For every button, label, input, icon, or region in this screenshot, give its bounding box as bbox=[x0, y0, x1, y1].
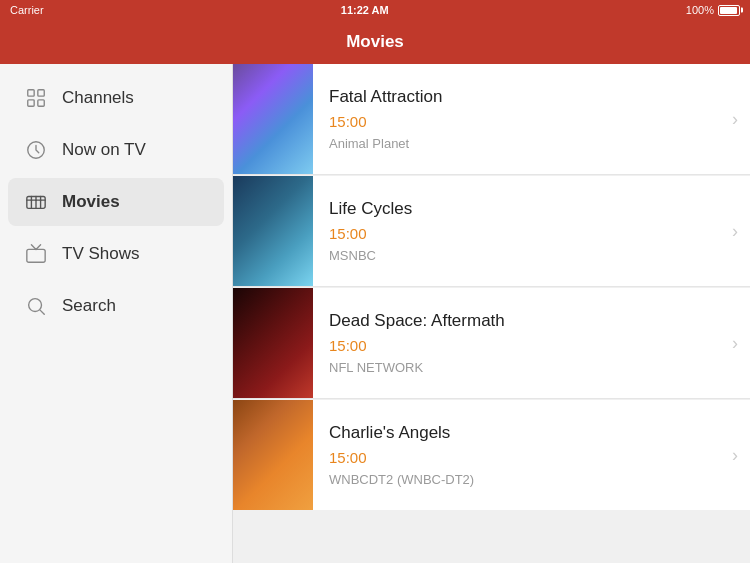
movie-time-1: 15:00 bbox=[329, 113, 716, 130]
chevron-right-icon-1: › bbox=[732, 64, 750, 174]
movie-info-1: Fatal Attraction 15:00 Animal Planet bbox=[313, 64, 732, 174]
movie-title-4: Charlie's Angels bbox=[329, 423, 716, 443]
sidebar-item-now-label: Now on TV bbox=[62, 140, 146, 160]
page-header: Movies bbox=[0, 20, 750, 64]
movie-row-1[interactable]: Fatal Attraction 15:00 Animal Planet › bbox=[233, 64, 750, 175]
movie-row-3[interactable]: Dead Space: Aftermath 15:00 NFL NETWORK … bbox=[233, 288, 750, 399]
sidebar-item-tv-shows[interactable]: TV Shows bbox=[8, 230, 224, 278]
svg-rect-13 bbox=[27, 249, 45, 262]
status-bar: Carrier 11:22 AM 100% bbox=[0, 0, 750, 20]
sidebar-item-search[interactable]: Search bbox=[8, 282, 224, 330]
movies-list[interactable]: Fatal Attraction 15:00 Animal Planet › L… bbox=[233, 64, 750, 563]
svg-point-14 bbox=[29, 299, 42, 312]
movie-time-4: 15:00 bbox=[329, 449, 716, 466]
movie-poster-4 bbox=[233, 400, 313, 510]
movie-row-4[interactable]: Charlie's Angels 15:00 WNBCDT2 (WNBC-DT2… bbox=[233, 400, 750, 510]
page-title: Movies bbox=[346, 32, 404, 52]
movie-time-3: 15:00 bbox=[329, 337, 716, 354]
time-label: 11:22 AM bbox=[341, 4, 389, 16]
movie-title-3: Dead Space: Aftermath bbox=[329, 311, 716, 331]
tv-icon bbox=[24, 242, 48, 266]
battery-icon bbox=[718, 5, 740, 16]
battery-area: 100% bbox=[686, 4, 740, 16]
movie-time-2: 15:00 bbox=[329, 225, 716, 242]
movie-poster-3 bbox=[233, 288, 313, 398]
carrier-label: Carrier bbox=[10, 4, 44, 16]
sidebar: Channels Now on TV bbox=[0, 64, 233, 563]
battery-percent: 100% bbox=[686, 4, 714, 16]
film-icon bbox=[24, 190, 48, 214]
sidebar-item-now-on-tv[interactable]: Now on TV bbox=[8, 126, 224, 174]
sidebar-item-movies[interactable]: Movies bbox=[8, 178, 224, 226]
sidebar-item-search-label: Search bbox=[62, 296, 116, 316]
sidebar-item-channels[interactable]: Channels bbox=[8, 74, 224, 122]
movie-poster-2 bbox=[233, 176, 313, 286]
movie-poster-1 bbox=[233, 64, 313, 174]
main-layout: Channels Now on TV bbox=[0, 64, 750, 563]
chevron-right-icon-2: › bbox=[732, 176, 750, 286]
sidebar-item-channels-label: Channels bbox=[62, 88, 134, 108]
movie-channel-2: MSNBC bbox=[329, 248, 716, 263]
svg-rect-0 bbox=[28, 90, 34, 96]
movie-title-1: Fatal Attraction bbox=[329, 87, 716, 107]
chevron-right-icon-4: › bbox=[732, 400, 750, 510]
movie-info-3: Dead Space: Aftermath 15:00 NFL NETWORK bbox=[313, 288, 732, 398]
movie-channel-1: Animal Planet bbox=[329, 136, 716, 151]
movie-info-4: Charlie's Angels 15:00 WNBCDT2 (WNBC-DT2… bbox=[313, 400, 732, 510]
movie-channel-3: NFL NETWORK bbox=[329, 360, 716, 375]
chevron-right-icon-3: › bbox=[732, 288, 750, 398]
grid-icon bbox=[24, 86, 48, 110]
movie-title-2: Life Cycles bbox=[329, 199, 716, 219]
movie-row-2[interactable]: Life Cycles 15:00 MSNBC › bbox=[233, 176, 750, 287]
sidebar-item-tvshows-label: TV Shows bbox=[62, 244, 139, 264]
svg-rect-3 bbox=[38, 100, 44, 106]
svg-rect-1 bbox=[38, 90, 44, 96]
movie-info-2: Life Cycles 15:00 MSNBC bbox=[313, 176, 732, 286]
sidebar-item-movies-label: Movies bbox=[62, 192, 120, 212]
clock-icon bbox=[24, 138, 48, 162]
svg-line-15 bbox=[40, 310, 44, 314]
search-icon bbox=[24, 294, 48, 318]
svg-rect-2 bbox=[28, 100, 34, 106]
movie-channel-4: WNBCDT2 (WNBC-DT2) bbox=[329, 472, 716, 487]
